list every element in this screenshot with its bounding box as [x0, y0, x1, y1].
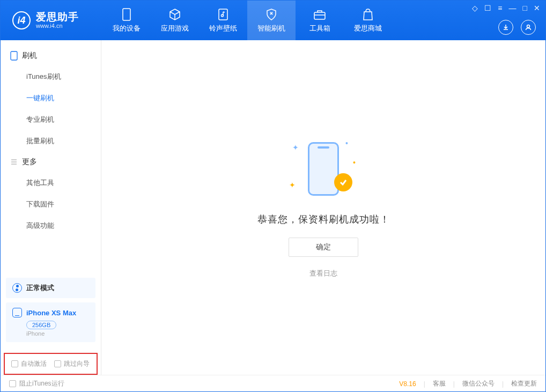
link-wechat[interactable]: 微信公众号: [462, 379, 495, 388]
nav-label: 我的设备: [113, 24, 141, 33]
success-message: 恭喜您，保资料刷机成功啦！: [257, 213, 390, 226]
user-button[interactable]: [521, 20, 536, 35]
list-icon: [10, 158, 18, 166]
nav-store[interactable]: 爱思商城: [344, 1, 392, 40]
shirt-icon[interactable]: ◇: [472, 4, 478, 12]
side-item-itunes-flash[interactable]: iTunes刷机: [1, 66, 101, 87]
nav-label: 智能刷机: [257, 24, 285, 33]
nav-label: 工具箱: [309, 24, 330, 33]
svg-rect-0: [123, 9, 130, 20]
checkbox-skip-wizard[interactable]: 跳过向导: [54, 359, 90, 368]
phone-graphic: [308, 142, 339, 196]
sparkle-icon: ✦: [289, 181, 296, 189]
maximize-button[interactable]: □: [523, 4, 527, 12]
version-label: V8.16: [399, 380, 416, 388]
feedback-icon[interactable]: ☐: [484, 4, 491, 12]
success-illustration: ✦ • ✦ •: [291, 137, 356, 201]
check-badge-icon: [334, 173, 352, 191]
nav-label: 应用游戏: [161, 24, 189, 33]
checkbox-icon: [54, 360, 61, 367]
window-controls: ◇ ☐ ≡ — □ ✕: [472, 4, 540, 12]
side-item-advanced[interactable]: 高级功能: [1, 215, 101, 236]
device-icon: [120, 8, 134, 21]
nav-my-device[interactable]: 我的设备: [102, 1, 151, 40]
device-capacity: 256GB: [26, 321, 56, 329]
minimize-button[interactable]: —: [509, 4, 517, 12]
device-type: iPhone: [26, 330, 89, 337]
cube-icon: [168, 8, 182, 21]
checkbox-label: 跳过向导: [64, 359, 90, 368]
main-content: ✦ • ✦ • 恭喜您，保资料刷机成功啦！ 确定 查看日志: [101, 40, 545, 375]
toolbox-icon: [313, 8, 327, 21]
link-check-update[interactable]: 检查更新: [511, 379, 537, 388]
nav-apps-games[interactable]: 应用游戏: [151, 1, 199, 40]
checkbox-label: 自动激活: [21, 359, 47, 368]
mode-icon: [12, 283, 22, 293]
link-support[interactable]: 客服: [433, 379, 446, 388]
menu-icon[interactable]: ≡: [498, 4, 502, 12]
status-bar: 阻止iTunes运行 V8.16 | 客服 | 微信公众号 | 检查更新: [1, 375, 545, 392]
app-url: www.i4.cn: [36, 23, 79, 29]
close-button[interactable]: ✕: [534, 4, 540, 12]
svg-point-4: [527, 25, 530, 28]
phone-icon: [10, 51, 18, 61]
flash-options-highlight: 自动激活 跳过向导: [4, 353, 98, 375]
checkbox-icon: [11, 360, 18, 367]
app-header: i4 爱思助手 www.i4.cn 我的设备 应用游戏 铃声壁纸 智能刷机 工具…: [1, 1, 545, 40]
nav-toolbox[interactable]: 工具箱: [296, 1, 344, 40]
svg-point-2: [222, 14, 224, 17]
device-icon: [12, 308, 22, 317]
checkbox-auto-activate[interactable]: 自动激活: [11, 359, 47, 368]
ok-button[interactable]: 确定: [289, 238, 358, 257]
top-nav: 我的设备 应用游戏 铃声壁纸 智能刷机 工具箱 爱思商城: [102, 1, 392, 40]
shield-icon: [264, 8, 278, 21]
side-item-other-tools[interactable]: 其他工具: [1, 172, 101, 194]
sidebar: 刷机 iTunes刷机 一键刷机 专业刷机 批量刷机 更多 其他工具 下载固件 …: [1, 40, 101, 375]
device-card[interactable]: iPhone XS Max 256GB iPhone: [6, 302, 95, 342]
view-log-link[interactable]: 查看日志: [309, 269, 337, 278]
sparkle-icon: •: [345, 139, 348, 147]
mode-label: 正常模式: [26, 283, 54, 293]
logo-icon: i4: [12, 11, 31, 29]
side-item-pro-flash[interactable]: 专业刷机: [1, 109, 101, 130]
app-name: 爱思助手: [36, 12, 79, 23]
side-item-batch-flash[interactable]: 批量刷机: [1, 130, 101, 152]
side-group-more[interactable]: 更多: [1, 152, 101, 172]
note-icon: [216, 8, 230, 21]
side-item-download-firmware[interactable]: 下载固件: [1, 194, 101, 215]
bag-icon: [361, 8, 375, 21]
checkbox-label: 阻止iTunes运行: [19, 379, 64, 388]
download-button[interactable]: [498, 20, 513, 35]
user-controls: [498, 20, 536, 35]
logo[interactable]: i4 爱思助手 www.i4.cn: [1, 1, 102, 40]
mode-card[interactable]: 正常模式: [6, 278, 95, 298]
nav-label: 铃声壁纸: [209, 24, 237, 33]
device-name: iPhone XS Max: [26, 309, 76, 317]
nav-flash[interactable]: 智能刷机: [247, 1, 296, 40]
nav-ringtones[interactable]: 铃声壁纸: [199, 1, 247, 40]
svg-rect-5: [11, 51, 17, 60]
checkbox-icon: [9, 380, 16, 387]
group-title: 刷机: [22, 51, 37, 61]
checkbox-block-itunes[interactable]: 阻止iTunes运行: [9, 379, 64, 388]
sparkle-icon: ✦: [292, 143, 299, 152]
side-group-flash[interactable]: 刷机: [1, 46, 101, 66]
sparkle-icon: •: [353, 158, 356, 167]
group-title: 更多: [22, 157, 37, 167]
side-item-one-click-flash[interactable]: 一键刷机: [1, 87, 101, 109]
nav-label: 爱思商城: [354, 24, 382, 33]
svg-rect-3: [314, 12, 325, 19]
